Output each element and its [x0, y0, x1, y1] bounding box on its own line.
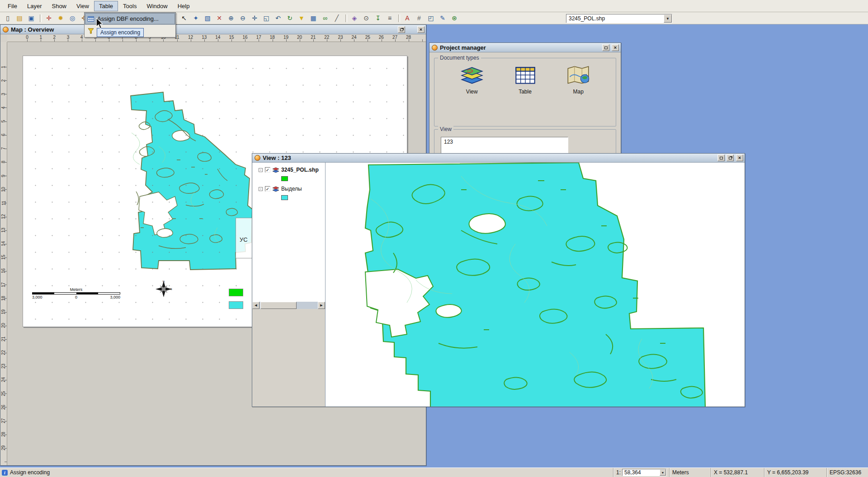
zoom-previous-icon[interactable]: ↶: [273, 13, 283, 23]
list-item[interactable]: 123: [443, 138, 566, 145]
crs-button[interactable]: EPSG:32636: [826, 468, 868, 477]
ruler-number: 14: [211, 34, 225, 42]
close-button[interactable]: ×: [417, 26, 425, 33]
north-arrow-icon[interactable]: N E: [154, 280, 173, 300]
layer-checkbox[interactable]: ✓: [265, 167, 270, 173]
add-event-theme-icon[interactable]: ✹: [55, 13, 66, 23]
georeference-icon[interactable]: ✛: [43, 13, 54, 23]
ruler-number: 2: [47, 34, 61, 42]
tree-collapse-icon[interactable]: -: [259, 168, 263, 172]
ruler-number: 10: [0, 182, 7, 196]
view-map-drawing: [326, 163, 745, 407]
scrollbar-thumb[interactable]: [260, 302, 297, 309]
doc-type-map-button[interactable]: Map: [559, 65, 598, 95]
pointer-icon[interactable]: ↖: [179, 13, 189, 23]
menu-bar: FileLayerShowViewTableToolsWindowHelp: [0, 0, 868, 12]
overview-map-icon[interactable]: ◰: [425, 13, 436, 23]
maximize-button[interactable]: [602, 44, 609, 51]
view-titlebar[interactable]: View : 123 ×: [252, 154, 745, 163]
project-manager-titlebar[interactable]: Project manager ×: [429, 43, 621, 52]
grid-icon[interactable]: #: [414, 13, 425, 23]
layer-checkbox[interactable]: ✓: [265, 186, 270, 192]
new-document-icon[interactable]: ▯: [2, 13, 13, 23]
measure-distance-icon[interactable]: ╱: [331, 13, 342, 23]
scale-bar[interactable]: Meters 3,000 0 3,000: [32, 287, 120, 299]
script-console-icon[interactable]: ≡: [384, 13, 395, 23]
save-icon[interactable]: ▣: [26, 13, 37, 23]
locator-icon[interactable]: ◈: [349, 13, 360, 23]
refresh-icon[interactable]: ↻: [284, 13, 295, 23]
doc-type-table-button[interactable]: Table: [506, 65, 545, 95]
restore-button[interactable]: [726, 154, 734, 161]
clear-selection-icon[interactable]: ✕: [214, 13, 225, 23]
scale-input[interactable]: 58,364 ▼: [622, 469, 666, 476]
zoom-out-icon[interactable]: ⊖: [237, 13, 248, 23]
hyperlink-icon[interactable]: ∞: [320, 13, 330, 23]
toc-horizontal-scrollbar[interactable]: ◀ ▶: [252, 302, 325, 309]
close-button[interactable]: ×: [612, 44, 619, 51]
doc-type-view-button[interactable]: View: [453, 65, 491, 95]
scale-bar-graphic: [32, 292, 120, 295]
toolbar-separator: [37, 13, 43, 23]
menu-item[interactable]: Table: [94, 1, 118, 11]
menu-item[interactable]: Show: [47, 1, 71, 11]
ruler-number: 19: [279, 34, 292, 42]
scrollbar-track[interactable]: [259, 302, 318, 309]
menu-item[interactable]: View: [71, 1, 94, 11]
legend-swatch-green: [229, 289, 243, 296]
layer-name[interactable]: Выделы: [281, 186, 302, 192]
filter-icon[interactable]: ▼: [296, 13, 307, 23]
ruler-number: 26: [0, 400, 7, 414]
tooltip: Assign encoding: [97, 28, 144, 37]
menu-item-assign-dbf-encoding[interactable]: Assign DBF encoding...: [85, 13, 175, 25]
units-cell[interactable]: Meters: [669, 468, 711, 477]
ruler-number: 12: [0, 210, 7, 223]
menu-item[interactable]: Layer: [22, 1, 47, 11]
layer-symbol-swatch[interactable]: [281, 176, 288, 181]
ruler-number: 21: [0, 332, 7, 346]
view-group-label: View: [438, 126, 453, 132]
scroll-left-icon[interactable]: ◀: [252, 302, 259, 309]
chevron-down-icon[interactable]: ▼: [660, 469, 666, 476]
ruler-number: 15: [225, 34, 238, 42]
toolbar-separator: [396, 13, 401, 23]
zoom-to-layer-icon[interactable]: ◎: [67, 13, 78, 23]
ruler-number: 22: [0, 346, 7, 360]
annotation-icon[interactable]: A: [402, 13, 413, 23]
full-extent-icon[interactable]: ◱: [261, 13, 272, 23]
ruler-number: 14: [0, 237, 7, 251]
crs-selector-icon[interactable]: ⊛: [449, 13, 460, 23]
filter-funnel-icon: [87, 28, 94, 34]
menu-item[interactable]: Window: [142, 1, 172, 11]
export-image-icon[interactable]: ↧: [373, 13, 383, 23]
view-map-canvas[interactable]: [326, 163, 745, 407]
map-overview-titlebar[interactable]: Map : Overview ×: [0, 25, 426, 34]
menu-item[interactable]: Help: [173, 1, 195, 11]
menu-item[interactable]: File: [3, 1, 22, 11]
minimize-button[interactable]: [717, 154, 725, 161]
layer-combobox[interactable]: 3245_POL.shp ▼: [566, 14, 672, 23]
select-rectangle-icon[interactable]: ▧: [202, 13, 213, 23]
attribute-table-icon[interactable]: ▦: [308, 13, 319, 23]
ruler-number: 23: [334, 34, 347, 42]
map-document-icon: [564, 65, 592, 88]
ruler-number: 3: [0, 87, 7, 101]
tree-collapse-icon[interactable]: -: [259, 187, 263, 191]
ruler-number: 25: [361, 34, 374, 42]
status-message: Assign encoding: [10, 469, 50, 476]
ruler-number: 4: [0, 101, 7, 114]
pan-icon[interactable]: ✛: [249, 13, 260, 23]
restore-button[interactable]: [398, 26, 405, 33]
y-coordinate-cell: Y = 6,655,203.39: [764, 468, 826, 477]
scroll-right-icon[interactable]: ▶: [318, 302, 325, 309]
edit-vertex-icon[interactable]: ✎: [437, 13, 448, 23]
zoom-in-icon[interactable]: ⊕: [226, 13, 236, 23]
select-feature-icon[interactable]: ✦: [190, 13, 201, 23]
magnifier-icon[interactable]: ⊙: [361, 13, 372, 23]
layer-name[interactable]: 3245_POL.shp: [281, 167, 319, 173]
chevron-down-icon[interactable]: ▼: [664, 14, 672, 23]
close-button[interactable]: ×: [736, 154, 743, 161]
open-project-icon[interactable]: ▤: [14, 13, 25, 23]
layer-symbol-swatch[interactable]: [281, 195, 288, 200]
menu-item[interactable]: Tools: [118, 1, 142, 11]
